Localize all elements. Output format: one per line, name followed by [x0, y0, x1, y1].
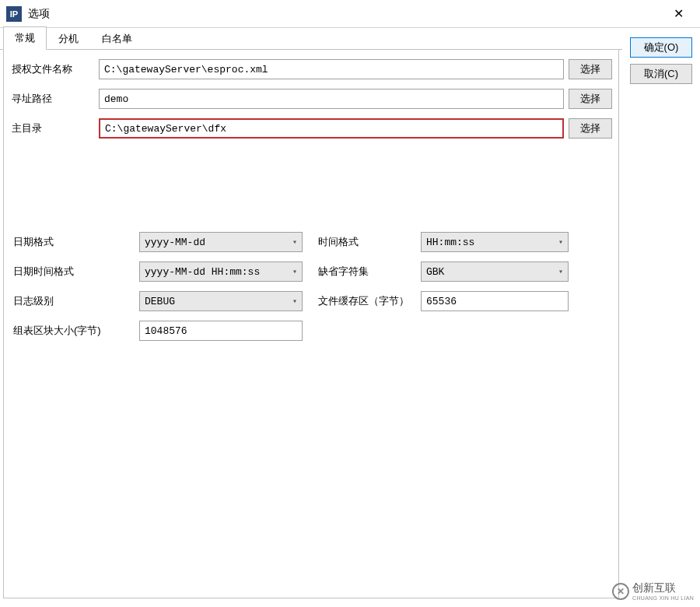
watermark-text: 创新互联: [632, 581, 694, 595]
loglevel-select[interactable]: DEBUG ▾: [139, 291, 303, 311]
ok-button[interactable]: 确定(O): [630, 37, 692, 58]
charset-label: 缺省字符集: [307, 265, 416, 279]
watermark: ✕ 创新互联 CHUANG XIN HU LIAN: [612, 581, 694, 601]
filebuffer-input[interactable]: [421, 291, 569, 311]
groupblock-input[interactable]: [139, 321, 303, 341]
maindir-input[interactable]: [99, 118, 564, 139]
searchpath-browse-button[interactable]: 选择: [569, 89, 612, 109]
tab-bar: 常规 分机 白名单: [0, 28, 622, 50]
license-label: 授权文件名称: [10, 62, 94, 76]
watermark-sub: CHUANG XIN HU LIAN: [632, 595, 694, 601]
searchpath-label: 寻址路径: [10, 92, 94, 106]
chevron-down-icon: ▾: [558, 267, 563, 276]
timeformat-value: HH:mm:ss: [426, 237, 474, 248]
chevron-down-icon: ▾: [292, 267, 297, 276]
charset-value: GBK: [426, 266, 444, 278]
left-panel: 常规 分机 白名单 授权文件名称 选择 寻址路径 选择 主目录 选择: [0, 28, 622, 607]
searchpath-input[interactable]: [99, 89, 564, 109]
right-panel: 确定(O) 取消(C): [622, 28, 700, 607]
maindir-browse-button[interactable]: 选择: [569, 118, 612, 139]
groupblock-label: 组表区块大小(字节): [12, 324, 135, 338]
dateformat-value: yyyy-MM-dd: [145, 237, 205, 248]
tab-whitelist[interactable]: 白名单: [90, 27, 144, 50]
timeformat-select[interactable]: HH:mm:ss ▾: [421, 232, 569, 252]
tab-general[interactable]: 常规: [3, 26, 47, 50]
titlebar: IP 选项 ✕: [0, 0, 700, 28]
license-input[interactable]: [99, 59, 564, 79]
chevron-down-icon: ▾: [558, 237, 563, 247]
dateformat-select[interactable]: yyyy-MM-dd ▾: [139, 232, 303, 252]
tab-extension[interactable]: 分机: [47, 27, 90, 50]
datetimeformat-label: 日期时间格式: [12, 265, 135, 279]
close-button[interactable]: ✕: [663, 2, 694, 26]
chevron-down-icon: ▾: [292, 237, 297, 247]
charset-select[interactable]: GBK ▾: [421, 261, 569, 282]
timeformat-label: 时间格式: [307, 235, 416, 249]
datetimeformat-select[interactable]: yyyy-MM-dd HH:mm:ss ▾: [139, 261, 303, 282]
dateformat-label: 日期格式: [12, 235, 135, 249]
loglevel-value: DEBUG: [145, 296, 175, 307]
maindir-label: 主目录: [10, 121, 94, 135]
tab-content-general: 授权文件名称 选择 寻址路径 选择 主目录 选择 日期格式 yyyy-MM-dd: [3, 50, 619, 598]
license-browse-button[interactable]: 选择: [569, 59, 612, 79]
window-title: 选项: [28, 7, 663, 21]
cancel-button[interactable]: 取消(C): [630, 64, 692, 84]
loglevel-label: 日志级别: [12, 294, 135, 308]
chevron-down-icon: ▾: [292, 296, 297, 306]
watermark-icon: ✕: [612, 583, 629, 600]
datetimeformat-value: yyyy-MM-dd HH:mm:ss: [145, 266, 260, 278]
app-icon: IP: [6, 6, 22, 22]
filebuffer-label: 文件缓存区（字节）: [307, 294, 416, 308]
